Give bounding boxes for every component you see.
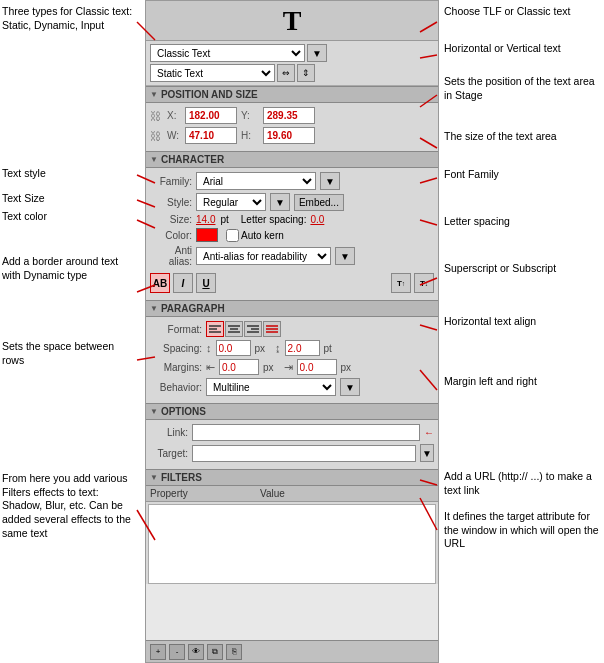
ann-text-color: Text color — [2, 210, 47, 224]
target-label: Target: — [150, 448, 188, 459]
target-input[interactable] — [192, 445, 416, 462]
paste-btn[interactable]: ⎘ — [226, 644, 242, 660]
superscript-button[interactable]: T↑ — [391, 273, 411, 293]
para-spacing-unit: pt — [324, 343, 332, 354]
margin-right-unit: px — [341, 362, 352, 373]
orientation-btn-h[interactable]: ⇔ — [277, 64, 295, 82]
margins-label: Margins: — [150, 362, 202, 373]
ann-superscript: Superscript or Subscript — [444, 262, 599, 276]
anti-alias-label: Anti alias: — [150, 245, 192, 267]
x-label: X: — [167, 110, 181, 121]
letter-spacing-value[interactable]: 0.0 — [310, 214, 324, 225]
behavior-dropdown-btn[interactable]: ▼ — [340, 378, 360, 396]
position-size-label: POSITION AND SIZE — [161, 89, 258, 100]
ann-url: Add a URL (http:// ...) to make a text l… — [444, 470, 599, 497]
color-swatch[interactable] — [196, 228, 218, 242]
w-label: W: — [167, 130, 181, 141]
link-input[interactable] — [192, 424, 420, 441]
subtype-select[interactable]: Static Text Dynamic Text Input Text — [150, 64, 275, 82]
size-unit: pt — [220, 214, 228, 225]
spacing-para-icon: ↨ — [275, 342, 281, 354]
behavior-select[interactable]: Multiline Single line Multiline no wrap — [206, 378, 336, 396]
copy-btn[interactable]: ⧉ — [207, 644, 223, 660]
margin-left-unit: px — [263, 362, 274, 373]
target-dropdown-btn[interactable]: ▼ — [420, 444, 434, 462]
align-justify-btn[interactable] — [263, 321, 281, 337]
filters-body — [148, 504, 436, 584]
style-select[interactable]: Regular Bold Italic — [196, 193, 266, 211]
ann-border: Add a border around text with Dynamic ty… — [2, 255, 137, 282]
position-size-content: ⛓ X: Y: ⛓ W: H: — [146, 103, 438, 151]
collapse-arrow-opt[interactable]: ▼ — [150, 407, 158, 416]
size-value[interactable]: 14.0 — [196, 214, 215, 225]
h-input[interactable] — [263, 127, 315, 144]
collapse-arrow-char[interactable]: ▼ — [150, 155, 158, 164]
collapse-arrow-pos[interactable]: ▼ — [150, 90, 158, 99]
style-dropdown-btn[interactable]: ▼ — [270, 193, 290, 211]
para-spacing-input[interactable] — [285, 340, 320, 356]
tool-icon-area: T — [146, 1, 438, 41]
filters-label: FILTERS — [161, 472, 202, 483]
filters-property-col: Property — [150, 488, 260, 499]
anti-alias-dropdown-btn[interactable]: ▼ — [335, 247, 355, 265]
letter-spacing-label: Letter spacing: — [241, 214, 307, 225]
auto-kern-checkbox[interactable] — [226, 229, 239, 242]
align-right-btn[interactable] — [244, 321, 262, 337]
ann-target: It defines the target attribute for the … — [444, 510, 599, 551]
chain-icon-pos: ⛓ — [150, 110, 161, 122]
link-arrow: ← — [424, 427, 434, 438]
delete-filter-btn[interactable]: - — [169, 644, 185, 660]
bold-button[interactable]: AB — [150, 273, 170, 293]
eye-btn[interactable]: 👁 — [188, 644, 204, 660]
ann-tlf: Choose TLF or Classic text — [444, 5, 599, 19]
embed-button[interactable]: Embed... — [294, 194, 344, 211]
options-label: OPTIONS — [161, 406, 206, 417]
margin-right-icon: ⇥ — [284, 361, 293, 374]
style-label: Style: — [150, 197, 192, 208]
options-content: Link: ← Target: ▼ — [146, 420, 438, 469]
type-dropdown-arrow[interactable]: ▼ — [307, 44, 327, 62]
ann-filters: From here you add various Filters effect… — [2, 472, 137, 540]
orientation-btn-v[interactable]: ⇕ — [297, 64, 315, 82]
align-left-btn[interactable] — [206, 321, 224, 337]
auto-kern-label: Auto kern — [226, 229, 284, 242]
x-input[interactable] — [185, 107, 237, 124]
ann-letter-spacing: Letter spacing — [444, 215, 599, 229]
properties-panel: T Classic Text TLF Text ▼ Static Text Dy… — [145, 0, 439, 663]
ann-text-size: Text Size — [2, 192, 45, 206]
filters-value-col: Value — [260, 488, 434, 499]
character-header: ▼ CHARACTER — [146, 151, 438, 168]
line-spacing-input[interactable] — [216, 340, 251, 356]
link-label: Link: — [150, 427, 188, 438]
w-input[interactable] — [185, 127, 237, 144]
add-filter-btn[interactable]: + — [150, 644, 166, 660]
underline-button[interactable]: U — [196, 273, 216, 293]
y-label: Y: — [241, 110, 259, 121]
collapse-arrow-para[interactable]: ▼ — [150, 304, 158, 313]
subscript-button[interactable]: T↓ — [414, 273, 434, 293]
ann-font-family: Font Family — [444, 168, 599, 182]
font-family-dropdown-btn[interactable]: ▼ — [320, 172, 340, 190]
options-header: ▼ OPTIONS — [146, 403, 438, 420]
margin-left-input[interactable] — [219, 359, 259, 375]
align-center-btn[interactable] — [225, 321, 243, 337]
text-type-select[interactable]: Classic Text TLF Text — [150, 44, 305, 62]
filters-content: Property Value — [146, 486, 438, 584]
position-size-header: ▼ POSITION AND SIZE — [146, 86, 438, 103]
ann-spacing: Sets the space between rows — [2, 340, 137, 367]
collapse-arrow-filters[interactable]: ▼ — [150, 473, 158, 482]
ann-three-types: Three types for Classic text: Static, Dy… — [2, 5, 137, 32]
bottom-toolbar: + - 👁 ⧉ ⎘ — [146, 640, 438, 662]
character-content: Family: Arial ▼ Style: Regular Bold Ital… — [146, 168, 438, 300]
font-family-select[interactable]: Arial — [196, 172, 316, 190]
ann-margin: Margin left and right — [444, 375, 599, 389]
margin-right-input[interactable] — [297, 359, 337, 375]
italic-button[interactable]: I — [173, 273, 193, 293]
family-label: Family: — [150, 176, 192, 187]
anti-alias-select[interactable]: Anti-alias for readability Anti-alias fo… — [196, 247, 331, 265]
behavior-label: Behavior: — [150, 382, 202, 393]
filters-header: ▼ FILTERS — [146, 469, 438, 486]
y-input[interactable] — [263, 107, 315, 124]
ann-size-area: The size of the text area — [444, 130, 599, 144]
left-annotations-panel: Three types for Classic text: Static, Dy… — [0, 0, 145, 663]
